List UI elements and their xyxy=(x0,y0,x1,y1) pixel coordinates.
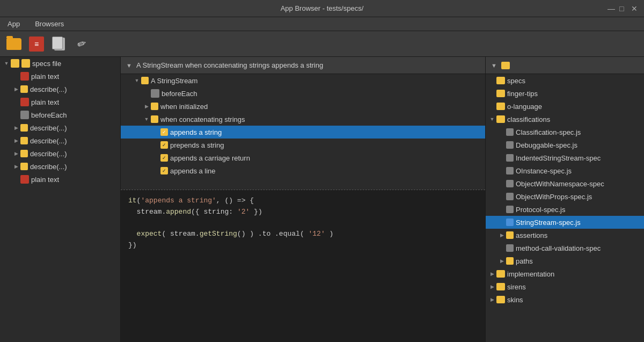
left-file-tree: specs file plain text describe(...) plai… xyxy=(0,57,121,342)
right-item-classifications[interactable]: classifications xyxy=(486,113,644,126)
new-doc-button[interactable] xyxy=(27,34,46,54)
tree-item-describe-4[interactable]: describe(...) xyxy=(0,147,120,160)
right-item-olanguage[interactable]: o-language xyxy=(486,100,644,113)
right-item-specs[interactable]: specs xyxy=(486,74,644,87)
right-item-methodcall[interactable]: method-call-validation-spec xyxy=(486,242,644,254)
expand-arrow xyxy=(488,76,496,85)
expand-arrow[interactable] xyxy=(497,257,506,265)
spec-tree-item-carriage[interactable]: appends a carriage return xyxy=(121,151,485,164)
tree-item-beforeeach[interactable]: beforeEach xyxy=(0,108,120,121)
tree-item-describe-1[interactable]: describe(...) xyxy=(0,83,120,96)
toolbar: ✏ xyxy=(0,31,644,57)
open-folder-button[interactable] xyxy=(4,34,24,54)
spec-tree-item-concat[interactable]: when concatenating strings xyxy=(121,113,485,126)
right-label-indented: IndentedStringStream-spec xyxy=(516,154,601,162)
initialized-icon xyxy=(151,103,158,110)
right-item-paths[interactable]: paths xyxy=(486,254,644,267)
right-item-debuggable[interactable]: Debuggable-spec.js xyxy=(486,139,644,151)
expand-arrow[interactable] xyxy=(142,115,151,123)
right-label-protocol: Protocol-spec.js xyxy=(516,206,565,214)
spec-tree-item-initialized[interactable]: when initialized xyxy=(121,100,485,113)
tree-item-describe-5[interactable]: describe(...) xyxy=(0,160,120,173)
spec-tree-item-beforeeach[interactable]: beforeEach xyxy=(121,87,485,100)
menu-app[interactable]: App xyxy=(4,19,23,29)
right-expand-icon[interactable]: ▼ xyxy=(491,62,497,69)
expand-arrow xyxy=(488,89,496,98)
expand-arrow[interactable] xyxy=(488,282,496,291)
menu-bar: App Browsers xyxy=(0,17,644,31)
debuggable-icon xyxy=(506,141,514,149)
expand-arrow[interactable] xyxy=(488,295,496,304)
right-item-protocol[interactable]: Protocol-spec.js xyxy=(486,203,644,216)
expand-arrow xyxy=(497,205,506,214)
expand-arrow[interactable] xyxy=(2,59,11,68)
pencil-icon: ✏ xyxy=(75,36,88,51)
describe-icon xyxy=(20,85,28,93)
expand-arrow[interactable] xyxy=(497,231,506,239)
right-item-stringstream[interactable]: StringStream-spec.js xyxy=(486,216,644,229)
menu-browsers[interactable]: Browsers xyxy=(32,19,67,29)
edit-button[interactable]: ✏ xyxy=(72,34,91,54)
red-doc-icon xyxy=(29,37,44,52)
tree-item-specs-file[interactable]: specs file xyxy=(0,57,120,70)
expand-arrow xyxy=(12,111,20,119)
describe-icon-4 xyxy=(20,150,28,157)
spec-tree-item-prepends[interactable]: prepends a string xyxy=(121,139,485,151)
right-item-objnamespace[interactable]: ObjectWithNamespace-spec xyxy=(486,177,644,190)
expand-arrow xyxy=(497,141,506,149)
right-item-classification-spec[interactable]: Classification-spec.js xyxy=(486,126,644,139)
expand-arrow xyxy=(488,102,496,111)
tree-item-plain-text-2[interactable]: plain text xyxy=(0,96,120,108)
right-item-sirens[interactable]: sirens xyxy=(486,280,644,293)
right-item-assertions[interactable]: assertions xyxy=(486,229,644,242)
right-item-skins[interactable]: skins xyxy=(486,293,644,306)
window-title: App Browser - tests/specs/ xyxy=(281,4,364,12)
implementation-icon xyxy=(496,270,505,278)
expand-arrow[interactable] xyxy=(488,270,496,278)
right-label-fingertips: finger-tips xyxy=(507,90,538,98)
code-editor: it('appends a string', () => { stream.ap… xyxy=(121,190,485,342)
spec-tree-item-appends[interactable]: appends a string xyxy=(121,126,485,139)
minimize-button[interactable]: — xyxy=(608,5,615,12)
right-item-oinstance[interactable]: OInstance-spec.js xyxy=(486,164,644,177)
plain-text-icon-2 xyxy=(20,98,29,106)
plain-text-icon-3 xyxy=(20,175,29,184)
expand-arrow xyxy=(497,128,506,136)
tree-item-plain-text-1[interactable]: plain text xyxy=(0,70,120,83)
tree-item-describe-2[interactable]: describe(...) xyxy=(0,121,120,134)
title-bar: App Browser - tests/specs/ — □ ✕ xyxy=(0,0,644,17)
code-line-1: stream.append({ string: '2' }) xyxy=(128,207,478,218)
expand-arrow[interactable] xyxy=(12,123,20,132)
copy-button[interactable] xyxy=(49,34,69,54)
expand-arrow[interactable] xyxy=(133,76,141,85)
plain-text-label-2: plain text xyxy=(31,98,59,106)
beforeeach-icon xyxy=(20,111,29,119)
right-item-objprops[interactable]: ObjectWithProps-spec.js xyxy=(486,190,644,203)
expand-arrow xyxy=(12,175,20,184)
tree-item-describe-3[interactable]: describe(...) xyxy=(0,134,120,147)
expand-arrow xyxy=(12,72,20,81)
describe-label-2: describe(...) xyxy=(30,124,67,132)
spec-tree-item-line[interactable]: appends a line xyxy=(121,164,485,177)
right-label-skins: skins xyxy=(507,296,523,304)
spec-breadcrumb: ▼ A StringStream when concatenating stri… xyxy=(121,57,485,74)
describe-icon-3 xyxy=(20,137,28,144)
breadcrumb-expand[interactable]: ▼ xyxy=(126,62,132,69)
maximize-button[interactable]: □ xyxy=(619,5,627,12)
paths-icon xyxy=(506,257,514,265)
expand-arrow[interactable] xyxy=(12,136,20,145)
expand-arrow xyxy=(497,166,506,175)
tree-item-plain-text-3[interactable]: plain text xyxy=(0,173,120,186)
right-item-indented[interactable]: IndentedStringStream-spec xyxy=(486,151,644,164)
right-item-fingertips[interactable]: finger-tips xyxy=(486,87,644,100)
expand-arrow[interactable] xyxy=(142,102,151,111)
spec-label-3: when concatenating strings xyxy=(160,115,245,123)
right-item-implementation[interactable]: implementation xyxy=(486,267,644,280)
close-button[interactable]: ✕ xyxy=(631,5,639,12)
expand-arrow[interactable] xyxy=(488,115,496,123)
expand-arrow[interactable] xyxy=(12,149,20,158)
spec-tree-item-astringstream[interactable]: A StringStream xyxy=(121,74,485,87)
expand-arrow[interactable] xyxy=(12,162,20,171)
expand-arrow xyxy=(497,244,506,252)
expand-arrow[interactable] xyxy=(12,85,20,93)
